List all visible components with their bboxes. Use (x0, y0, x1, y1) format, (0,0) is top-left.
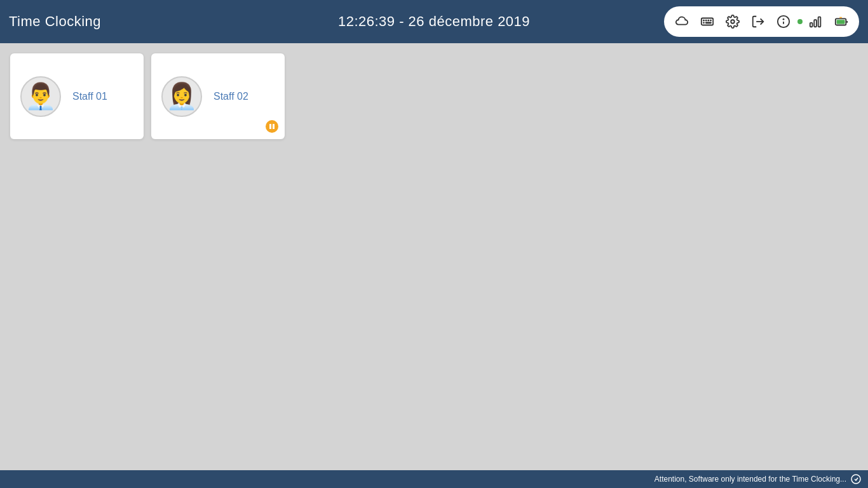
staff-02-name: Staff 02 (214, 91, 248, 102)
logout-icon (751, 15, 765, 29)
svg-rect-13 (814, 20, 817, 27)
staff-01-name: Staff 01 (72, 91, 107, 102)
toolbar (664, 6, 859, 37)
keyboard-icon (700, 15, 714, 29)
avatar-staff-02: 👩‍💼 (161, 76, 202, 117)
svg-point-7 (731, 20, 735, 24)
network-status (797, 10, 827, 33)
avatar-staff-01: 👨‍💼 (20, 76, 61, 117)
svg-rect-17 (837, 20, 845, 24)
datetime-display: 12:26:39 - 26 décembre 2019 (338, 13, 530, 30)
cloud-icon (675, 15, 689, 29)
info-button[interactable] (772, 10, 795, 33)
staff-02-status-badge (266, 120, 278, 133)
logout-button[interactable] (747, 10, 770, 33)
svg-rect-14 (818, 17, 821, 27)
app-title: Time Clocking (9, 13, 101, 30)
svg-point-22 (851, 475, 860, 484)
svg-rect-21 (273, 124, 275, 129)
settings-button[interactable] (721, 10, 744, 33)
cloud-button[interactable] (670, 10, 693, 33)
staff-card-01[interactable]: 👨‍💼 Staff 01 (10, 53, 144, 139)
network-button[interactable] (804, 10, 827, 33)
svg-rect-0 (702, 18, 713, 25)
app-header: Time Clocking 12:26:39 - 26 décembre 201… (0, 0, 868, 43)
network-dot (797, 19, 803, 24)
svg-rect-12 (810, 23, 813, 27)
main-content: 👨‍💼 Staff 01 👩‍💼 Staff 02 (0, 43, 868, 470)
staff-card-02[interactable]: 👩‍💼 Staff 02 (151, 53, 285, 139)
battery-icon (834, 15, 848, 29)
svg-rect-20 (269, 124, 271, 129)
battery-button[interactable] (830, 10, 853, 33)
settings-icon (726, 15, 740, 29)
keyboard-layout-button[interactable] (696, 10, 719, 33)
network-icon (809, 15, 823, 29)
info-icon (776, 15, 790, 29)
footer-text: Attention, Software only intended for th… (654, 475, 846, 484)
footer-icon (850, 473, 862, 485)
footer: Attention, Software only intended for th… (0, 470, 868, 488)
